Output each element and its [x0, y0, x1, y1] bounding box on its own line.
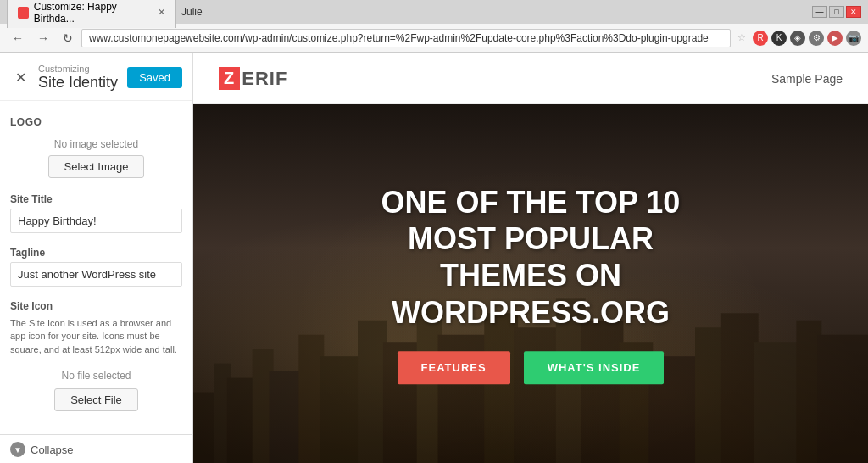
tagline-label: Tagline [0, 240, 192, 262]
saved-button[interactable]: Saved [127, 67, 182, 88]
sample-page-link[interactable]: Sample Page [771, 72, 843, 86]
hero-section: ONE OF THE TOP 10 MOST POPULAR THEMES ON… [193, 104, 868, 463]
hero-buttons: FEATURES WHAT'S INSIDE [362, 351, 699, 384]
preview-header: Z ERIF Sample Page [193, 53, 868, 104]
tab-title: Customize: Happy Birthda... [34, 1, 149, 25]
tagline-input[interactable] [10, 262, 182, 287]
customizing-label: Customizing [38, 64, 118, 74]
user-label: Julie [181, 6, 203, 18]
svg-rect-21 [817, 334, 868, 463]
zerif-z: Z [219, 67, 240, 90]
zerif-rest: ERIF [242, 68, 287, 90]
features-button[interactable]: FEATURES [398, 351, 510, 384]
hero-content: ONE OF THE TOP 10 MOST POPULAR THEMES ON… [362, 184, 699, 384]
no-image-text: No image selected [0, 131, 192, 155]
svg-rect-18 [721, 313, 759, 463]
zerif-logo: Z ERIF [219, 67, 287, 90]
collapse-button[interactable]: Collapse [31, 443, 74, 456]
forward-button[interactable]: → [32, 30, 54, 47]
ext6-icon[interactable]: 📷 [846, 31, 861, 46]
svg-rect-19 [754, 342, 801, 463]
back-button[interactable]: ← [7, 30, 29, 47]
tab-favicon [18, 7, 29, 19]
close-customizer-icon[interactable]: ✕ [10, 68, 31, 87]
address-bar[interactable] [81, 29, 731, 47]
ext3-icon[interactable]: ◈ [790, 31, 805, 46]
sidebar-content: Logo No image selected Select Image Site… [0, 101, 192, 434]
site-title-label: Site Title [0, 187, 192, 209]
svg-rect-4 [270, 371, 303, 463]
sidebar-header: ✕ Customizing Site Identity Saved [0, 53, 192, 101]
svg-rect-17 [695, 327, 725, 463]
no-file-text: No file selected [0, 363, 192, 387]
preview-area: Z ERIF Sample Page [193, 53, 868, 463]
minimize-button[interactable]: — [812, 6, 827, 18]
navigation-bar: ← → ↻ ☆ R K ◈ ⚙ ▶ 📷 [0, 24, 868, 53]
window-controls: — □ ✕ [812, 6, 861, 18]
ext2-icon[interactable]: K [771, 31, 787, 46]
collapse-label: Collapse [31, 443, 74, 456]
extensions-icon[interactable]: R [753, 31, 768, 46]
select-image-button[interactable]: Select Image [48, 155, 145, 178]
ext5-icon[interactable]: ▶ [827, 31, 843, 46]
bookmark-icon[interactable]: ☆ [734, 31, 749, 46]
select-file-button[interactable]: Select File [54, 388, 138, 411]
logo-section-label: Logo [0, 109, 192, 131]
title-bar: Customize: Happy Birthda... ✕ Julie — □ … [0, 0, 868, 24]
browser-chrome: Customize: Happy Birthda... ✕ Julie — □ … [0, 0, 868, 53]
svg-rect-6 [320, 356, 362, 463]
customizer-sidebar: ✕ Customizing Site Identity Saved Logo N… [0, 53, 193, 463]
browser-tab[interactable]: Customize: Happy Birthda... ✕ [7, 0, 176, 28]
ext4-icon[interactable]: ⚙ [809, 31, 824, 46]
hero-title: ONE OF THE TOP 10 MOST POPULAR THEMES ON… [362, 184, 699, 331]
sidebar-footer: ▼ Collapse [0, 434, 192, 463]
main-layout: ✕ Customizing Site Identity Saved Logo N… [0, 53, 868, 463]
customizing-info: Customizing Site Identity [38, 64, 118, 92]
reload-button[interactable]: ↻ [58, 30, 78, 47]
whats-inside-button[interactable]: WHAT'S INSIDE [524, 351, 665, 384]
collapse-icon: ▼ [10, 442, 25, 457]
site-title-input[interactable] [10, 209, 182, 233]
site-icon-label: Site Icon [0, 293, 192, 315]
section-title: Site Identity [38, 74, 118, 92]
site-icon-description: The Site Icon is used as a browser and a… [0, 315, 192, 363]
maximize-button[interactable]: □ [829, 6, 844, 18]
close-button[interactable]: ✕ [846, 6, 861, 18]
svg-rect-2 [227, 377, 257, 463]
nav-icons: ☆ R K ◈ ⚙ ▶ 📷 [734, 31, 861, 46]
tab-close-icon[interactable]: ✕ [158, 7, 165, 18]
